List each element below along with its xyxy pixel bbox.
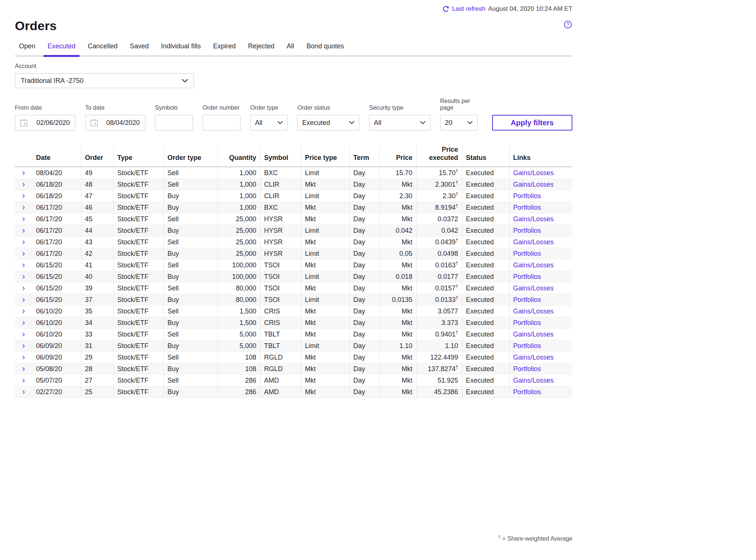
order-cell: 44 [81,225,113,236]
order-cell: 27 [81,375,113,386]
row-link-gains-losses[interactable]: Gains/Losses [513,331,554,338]
tab-saved[interactable]: Saved [126,42,153,55]
refresh-link[interactable]: Last refresh [442,5,485,13]
price-type-cell: Limit [301,340,349,352]
row-link-gains-losses[interactable]: Gains/Losses [513,215,554,223]
filter-label-order-type: Order type [250,104,288,111]
tab-open[interactable]: Open [15,42,39,55]
quantity-cell: 286 [217,386,260,398]
price-cell: Mkt [379,386,416,398]
symbols-input[interactable] [155,115,193,131]
expand-chevron-icon[interactable]: › [22,283,25,294]
tab-all[interactable]: All [282,42,298,55]
filter-label-security-type: Security type [369,104,430,111]
expand-chevron-icon[interactable]: › [22,329,25,340]
expand-chevron-icon[interactable]: › [22,225,25,236]
order-number-input[interactable] [203,115,240,131]
expand-chevron-icon[interactable]: › [22,202,25,213]
row-link-portfolios[interactable]: Portfolios [513,204,541,211]
date-cell: 06/18/20 [32,190,81,202]
table-row: ›06/15/2039Stock/ETFSell80,000TSOIMktDay… [15,283,572,294]
row-link-gains-losses[interactable]: Gains/Losses [513,261,554,269]
row-link-portfolios[interactable]: Portfolios [513,365,541,373]
row-link-portfolios[interactable]: Portfolios [513,388,541,396]
col-header-links: Links [509,145,572,167]
quantity-cell: 25,000 [217,248,260,260]
row-link-portfolios[interactable]: Portfolios [513,296,541,303]
row-link-portfolios[interactable]: Portfolios [513,273,541,280]
expand-chevron-icon[interactable]: › [22,352,25,363]
order-cell: 37 [81,294,113,306]
expand-chevron-icon[interactable]: › [22,294,25,305]
expand-chevron-icon[interactable]: › [22,340,25,351]
expand-chevron-icon[interactable]: › [22,375,25,386]
row-link-gains-losses[interactable]: Gains/Losses [513,308,554,315]
order-type-select[interactable]: All [250,115,288,131]
type-cell: Stock/ETF [113,317,164,329]
orders-tab-bar: OpenExecutedCancelledSavedIndividual fil… [15,42,572,57]
expand-chevron-icon[interactable]: › [22,317,25,328]
order-type-cell: Sell [164,352,217,363]
from-date-input[interactable]: 02/06/2020 [15,115,75,131]
tab-executed[interactable]: Executed [43,42,80,55]
price-executed-cell: 3.0577 [416,306,462,317]
price-executed-cell: 0.0439† [416,236,462,248]
security-type-select[interactable]: All [369,115,430,131]
apply-filters-button[interactable]: Apply filters [492,115,572,131]
results-per-page-select-value: 20 [445,119,452,127]
expand-chevron-icon[interactable]: › [22,167,25,178]
filter-order-status: Order statusExecuted [297,104,359,131]
table-row: ›06/10/2034Stock/ETFBuy1,500CRISMktDayMk… [15,317,572,329]
expand-cell: › [15,306,32,317]
results-per-page-select[interactable]: 20 [440,115,478,131]
expand-chevron-icon[interactable]: › [22,190,25,202]
price-cell: Mkt [379,283,416,294]
from-date-value: 02/06/2020 [36,119,71,127]
row-link-gains-losses[interactable]: Gains/Losses [513,238,554,246]
help-icon[interactable]: ? [563,20,572,30]
chevron-down-icon [182,79,188,83]
tab-expired[interactable]: Expired [209,42,240,55]
last-refresh-time: August 04, 2020 10:24 AM ET [488,5,572,13]
row-link-portfolios[interactable]: Portfolios [513,192,541,200]
row-link-portfolios[interactable]: Portfolios [513,250,541,257]
row-link-gains-losses[interactable]: Gains/Losses [513,284,554,292]
expand-chevron-icon[interactable]: › [22,260,25,271]
expand-chevron-icon[interactable]: › [22,386,25,398]
expand-chevron-icon[interactable]: › [22,248,25,259]
to-date-input[interactable]: 08/04/2020 [85,115,145,131]
row-link-portfolios[interactable]: Portfolios [513,227,541,234]
expand-chevron-icon[interactable]: › [22,213,25,225]
expand-chevron-icon[interactable]: › [22,306,25,317]
row-link-gains-losses[interactable]: Gains/Losses [513,377,554,384]
status-cell: Executed [462,317,509,329]
tab-cancelled[interactable]: Cancelled [84,42,122,55]
tab-individual-fills[interactable]: Individual fills [157,42,205,55]
type-cell: Stock/ETF [113,352,164,363]
expand-chevron-icon[interactable]: › [22,363,25,374]
quantity-cell: 25,000 [217,236,260,248]
links-cell: Gains/Losses [509,375,572,386]
expand-chevron-icon[interactable]: › [22,271,25,282]
expand-cell: › [15,271,32,283]
expand-chevron-icon[interactable]: › [22,236,25,248]
row-link-gains-losses[interactable]: Gains/Losses [513,181,554,188]
expand-cell: › [15,213,32,225]
order-status-select[interactable]: Executed [297,115,359,131]
row-link-portfolios[interactable]: Portfolios [513,342,541,350]
price-executed-cell: 0.042 [416,225,462,236]
tab-rejected[interactable]: Rejected [244,42,278,55]
price-executed-cell: 2.3001† [416,179,462,190]
table-row: ›06/17/2042Stock/ETFBuy25,000HYSRLimitDa… [15,248,572,260]
row-link-gains-losses[interactable]: Gains/Losses [513,169,554,177]
order-cell: 46 [81,202,113,213]
chevron-down-icon [349,121,355,125]
filter-results-per-page: Results per page20 [440,98,482,131]
calendar-icon [20,119,28,127]
row-link-gains-losses[interactable]: Gains/Losses [513,354,554,361]
tab-bond-quotes[interactable]: Bond quotes [302,42,348,55]
account-select[interactable]: Traditional IRA -2750 [15,73,194,88]
type-cell: Stock/ETF [113,386,164,398]
expand-chevron-icon[interactable]: › [22,179,25,190]
row-link-portfolios[interactable]: Portfolios [513,319,541,326]
